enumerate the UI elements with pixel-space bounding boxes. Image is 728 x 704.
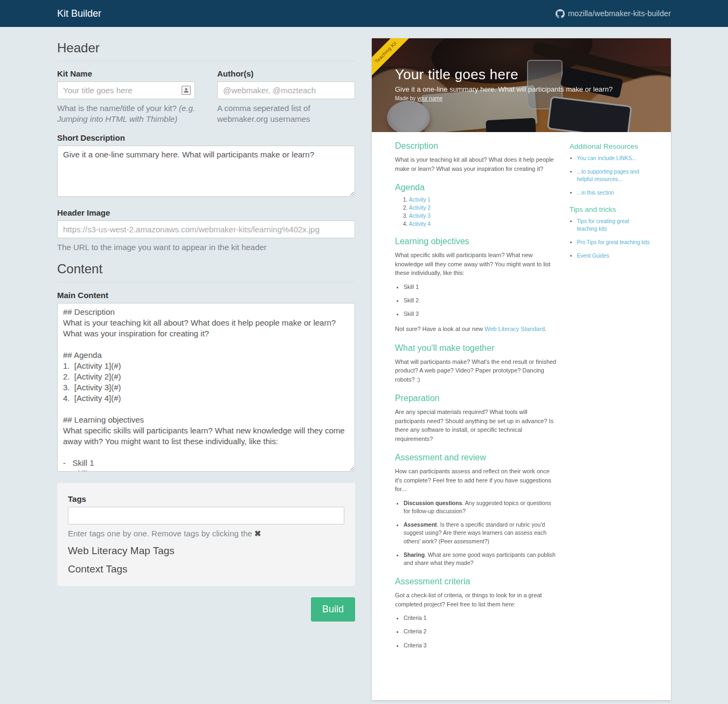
authors-label: Author(s) xyxy=(217,69,355,78)
activity-link[interactable]: Activity 1 xyxy=(409,197,431,203)
sidebar-link[interactable]: Event Guides xyxy=(577,253,609,259)
content-section-title: Content xyxy=(57,261,355,282)
preview-title: Your title goes here xyxy=(395,66,518,83)
header-image-help: The URL to the image you want to appear … xyxy=(57,242,355,253)
preview-section-heading: Learning objectives xyxy=(395,237,558,246)
agenda-item: Activity 4 xyxy=(409,221,558,227)
preview-sidebar-section: Tips and tricksTips for creating great t… xyxy=(570,205,650,260)
bullet-item: Skill 2 xyxy=(404,296,558,305)
remove-tag-icon: ✖ xyxy=(254,529,261,538)
bullet-item: Assessment. Is there a specific standard… xyxy=(404,521,558,546)
sidebar-link-item: Pro Tips for great teaching kits xyxy=(577,239,650,246)
preview-section-heading: Agenda xyxy=(395,183,558,192)
preview-paragraph: What will participants make? What's the … xyxy=(395,357,558,384)
activity-link[interactable]: Activity 2 xyxy=(409,205,431,211)
sidebar-link-list: You can include LINKS......to supporting… xyxy=(570,155,650,197)
sidebar-link[interactable]: ...in this section xyxy=(577,190,614,196)
main-content-label: Main Content xyxy=(57,291,355,300)
tags-label: Tags xyxy=(68,494,344,503)
bullet-item: Criteria 3 xyxy=(404,641,558,650)
sidebar-link[interactable]: Pro Tips for great teaching kits xyxy=(577,239,650,245)
agenda-item: Activity 3 xyxy=(409,213,558,219)
authors-help: A comma seperated list of webmaker.org u… xyxy=(217,103,355,125)
preview-section: What you'll make togetherWhat will parti… xyxy=(395,343,558,384)
preview-paragraph: How can participants assess and reflect … xyxy=(395,467,558,494)
sidebar-link-item: ...in this section xyxy=(577,189,650,197)
activity-link[interactable]: Activity 4 xyxy=(409,221,431,227)
preview-section-heading: Assessment criteria xyxy=(395,577,558,586)
app-title: Kit Builder xyxy=(57,8,101,19)
sidebar-link-item: ...to supporting pages and helpful resou… xyxy=(577,168,650,183)
kit-name-label: Kit Name xyxy=(57,69,195,78)
bullet-item: Discussion questions. Any suggested topi… xyxy=(404,499,558,515)
preview-subtitle: Give it a one-line summary here. What wi… xyxy=(395,85,613,93)
bullet-item: Criteria 2 xyxy=(404,627,558,636)
preview-section: AgendaActivity 1Activity 2Activity 3Acti… xyxy=(395,183,558,227)
bullet-item: Sharing. What are some good ways partici… xyxy=(404,551,558,567)
bullet-list: Discussion questions. Any suggested topi… xyxy=(395,499,558,568)
preview-sidebar-section: Additional ResourcesYou can include LINK… xyxy=(570,142,650,197)
preview-section-heading: Assessment and review xyxy=(395,453,558,463)
bullet-item: Criteria 1 xyxy=(404,614,558,622)
bullet-lead: Assessment xyxy=(404,521,437,528)
short-description-label: Short Description xyxy=(57,133,355,142)
preview-sidebar-heading: Tips and tricks xyxy=(570,205,650,213)
sidebar-link[interactable]: You can include LINKS... xyxy=(577,155,636,161)
author-link[interactable]: your name xyxy=(417,95,442,101)
agenda-list: Activity 1Activity 2Activity 3Activity 4 xyxy=(395,197,558,227)
preview-header-image: Teaching Kit Your title goes here Give i… xyxy=(372,38,671,132)
bullet-lead: Sharing xyxy=(404,551,425,558)
tags-help: Enter tags one by one. Remove tags by cl… xyxy=(68,529,344,539)
autofill-contact-icon[interactable] xyxy=(182,86,191,95)
activity-link[interactable]: Activity 3 xyxy=(409,213,431,219)
sidebar-link-item: Tips for creating great teaching kits xyxy=(577,218,650,233)
preview-section: Assessment and reviewHow can participant… xyxy=(395,453,558,567)
preview-section-heading: Description xyxy=(395,141,558,151)
tags-input[interactable] xyxy=(68,507,344,524)
preview-sidebar: Additional ResourcesYou can include LINK… xyxy=(570,141,650,656)
preview-paragraph: Got a check-list of criteria, or things … xyxy=(395,591,558,609)
preview-main-sections: DescriptionWhat is your teaching kit all… xyxy=(395,141,558,656)
preview-section: Learning objectivesWhat specific skills … xyxy=(395,237,558,334)
web-literacy-tags-title: Web Literacy Map Tags xyxy=(68,545,344,557)
authors-input[interactable] xyxy=(217,81,355,99)
preview-section-heading: What you'll make together xyxy=(395,343,558,353)
tags-panel: Tags Enter tags one by one. Remove tags … xyxy=(57,483,355,586)
main-content-textarea[interactable]: ## Description What is your teaching kit… xyxy=(57,303,355,472)
repo-name: mozilla/webmaker-kits-builder xyxy=(568,9,671,18)
sidebar-link-list: Tips for creating great teaching kitsPro… xyxy=(570,218,650,260)
preview-paragraph: Are any special materials required? What… xyxy=(395,408,558,443)
sidebar-link[interactable]: ...to supporting pages and helpful resou… xyxy=(577,169,640,182)
bullet-list: Skill 1Skill 2Skill 3 xyxy=(395,283,558,319)
github-repo-link[interactable]: mozilla/webmaker-kits-builder xyxy=(556,9,671,18)
preview-section-heading: Preparation xyxy=(395,394,558,403)
weblit-standard-link[interactable]: Web Literacy Standard xyxy=(484,326,545,332)
preview-paragraph: What is your teaching kit all about? Wha… xyxy=(395,155,558,173)
kit-name-input[interactable] xyxy=(57,81,195,99)
sidebar-link-item: You can include LINKS... xyxy=(577,155,650,162)
header-image-label: Header Image xyxy=(57,208,355,217)
kit-name-help: What is the name/title of your kit? (e.g… xyxy=(57,103,195,125)
context-tags-title: Context Tags xyxy=(68,563,344,575)
preview-made-by: Made by your name xyxy=(395,95,442,101)
preview-paragraph: What specific skills will participants l… xyxy=(395,251,558,278)
short-description-textarea[interactable]: Give it a one-line summary here. What wi… xyxy=(57,146,355,197)
header-image-input[interactable] xyxy=(57,220,355,238)
sidebar-link[interactable]: Tips for creating great teaching kits xyxy=(577,218,629,232)
agenda-item: Activity 2 xyxy=(409,205,558,211)
kit-form: Header Kit Name What is the name/title o… xyxy=(57,38,355,622)
kit-preview-card: Teaching Kit Your title goes here Give i… xyxy=(372,38,671,700)
preview-section: PreparationAre any special materials req… xyxy=(395,394,558,443)
bullet-item: Skill 3 xyxy=(404,310,558,318)
agenda-item: Activity 1 xyxy=(409,197,558,203)
navbar: Kit Builder mozilla/webmaker-kits-builde… xyxy=(0,0,728,27)
build-button[interactable]: Build xyxy=(311,597,355,622)
preview-section: DescriptionWhat is your teaching kit all… xyxy=(395,141,558,173)
sidebar-link-item: Event Guides xyxy=(577,252,650,260)
github-icon xyxy=(556,9,565,18)
bullet-lead: Discussion questions xyxy=(404,500,462,506)
bullet-list: Criteria 1Criteria 2Criteria 3 xyxy=(395,614,558,650)
preview-paragraph: Not sure? Have a look at our new Web Lit… xyxy=(395,325,558,334)
preview-section: Assessment criteriaGot a check-list of c… xyxy=(395,577,558,650)
header-section-title: Header xyxy=(57,40,355,61)
